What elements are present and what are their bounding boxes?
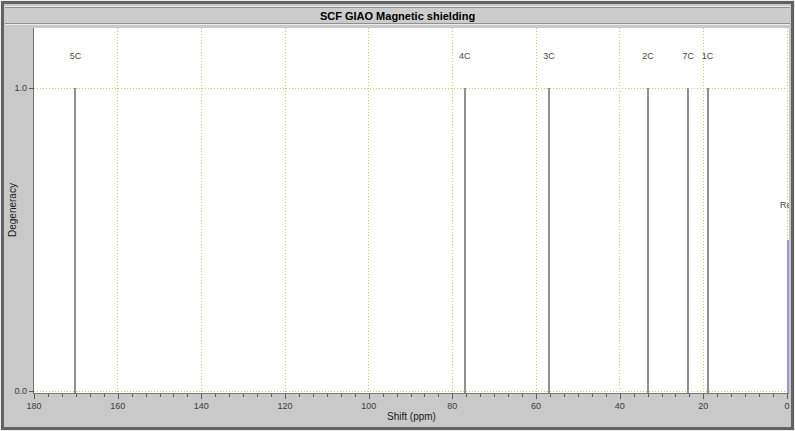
x-axis-title: Shift (ppm) <box>33 411 790 422</box>
gridline-vertical <box>285 28 286 393</box>
x-axis-tick-label: 160 <box>106 401 130 411</box>
x-axis-minor-tick <box>438 394 439 397</box>
x-axis-major-tick <box>620 394 621 399</box>
gridline-vertical <box>536 28 537 393</box>
x-axis-tick-label: 60 <box>524 401 548 411</box>
x-axis-minor-tick <box>731 394 732 397</box>
x-axis-minor-tick <box>104 394 105 397</box>
reference-peak-line <box>787 240 789 394</box>
gridline-vertical <box>703 28 704 393</box>
gridline-vertical <box>619 28 620 393</box>
x-axis-minor-tick <box>383 394 384 397</box>
x-axis-minor-tick <box>522 394 523 397</box>
x-axis-tick-label: 0 <box>775 401 794 411</box>
peak-line <box>687 88 689 393</box>
x-axis-minor-tick <box>480 394 481 397</box>
x-axis-minor-tick <box>257 394 258 397</box>
x-axis-minor-tick <box>341 394 342 397</box>
x-axis-minor-tick <box>411 394 412 397</box>
gridline-vertical <box>452 28 453 393</box>
x-axis-minor-tick <box>662 394 663 397</box>
x-axis-minor-tick <box>160 394 161 397</box>
x-axis-tick-label: 40 <box>608 401 632 411</box>
peak-label: 2C <box>637 51 659 61</box>
peak-line <box>74 88 76 393</box>
y-axis-title: Degeneracy <box>4 28 20 393</box>
x-axis-minor-tick <box>578 394 579 397</box>
x-axis-minor-tick <box>271 394 272 397</box>
x-axis-major-tick <box>201 394 202 399</box>
gridline-horizontal <box>34 88 789 89</box>
gridline-vertical <box>201 28 202 393</box>
peak-label: 1C <box>697 51 719 61</box>
x-axis-tick-label: 140 <box>189 401 213 411</box>
x-axis-minor-tick <box>62 394 63 397</box>
x-axis-major-tick <box>285 394 286 399</box>
x-axis-minor-tick <box>90 394 91 397</box>
x-axis-major-tick <box>452 394 453 399</box>
peak-label: 3C <box>538 51 560 61</box>
reference-peak-label: Ref <box>780 200 789 210</box>
gridline-vertical <box>117 28 118 393</box>
x-axis-minor-tick <box>745 394 746 397</box>
x-axis-minor-tick <box>424 394 425 397</box>
x-axis-minor-tick <box>675 394 676 397</box>
x-axis-minor-tick <box>146 394 147 397</box>
x-axis-major-tick <box>118 394 119 399</box>
x-axis-minor-tick <box>299 394 300 397</box>
x-axis-tick-label: 20 <box>691 401 715 411</box>
x-axis-minor-tick <box>606 394 607 397</box>
x-axis-minor-tick <box>648 394 649 397</box>
x-axis-major-tick <box>536 394 537 399</box>
window: SCF GIAO Magnetic shielding Degeneracy 5… <box>0 0 795 431</box>
x-axis-minor-tick <box>173 394 174 397</box>
x-axis-minor-tick <box>243 394 244 397</box>
x-axis-minor-tick <box>327 394 328 397</box>
x-axis-minor-tick <box>313 394 314 397</box>
x-axis-minor-tick <box>466 394 467 397</box>
x-axis-minor-tick <box>550 394 551 397</box>
peak-line <box>548 88 550 393</box>
gridline-horizontal <box>34 391 789 392</box>
x-axis-minor-tick <box>397 394 398 397</box>
x-axis-minor-tick <box>48 394 49 397</box>
x-axis-minor-tick <box>494 394 495 397</box>
x-axis-minor-tick <box>689 394 690 397</box>
x-axis-minor-tick <box>215 394 216 397</box>
peak-label: 5C <box>64 51 86 61</box>
title-bar: SCF GIAO Magnetic shielding <box>5 7 790 24</box>
x-axis-minor-tick <box>634 394 635 397</box>
gridline-vertical <box>368 28 369 393</box>
peak-label: 4C <box>454 51 476 61</box>
x-axis-minor-tick <box>773 394 774 397</box>
x-axis-minor-tick <box>592 394 593 397</box>
x-axis-tick-label: 120 <box>273 401 297 411</box>
peak-line <box>464 88 466 393</box>
x-axis-minor-tick <box>759 394 760 397</box>
x-axis-tick-label: 180 <box>22 401 46 411</box>
x-axis-major-tick <box>369 394 370 399</box>
window-frame: SCF GIAO Magnetic shielding Degeneracy 5… <box>1 1 794 430</box>
x-axis-minor-tick <box>187 394 188 397</box>
x-axis-minor-tick <box>76 394 77 397</box>
x-axis-minor-tick <box>717 394 718 397</box>
x-axis-major-tick <box>787 394 788 399</box>
x-axis-minor-tick <box>229 394 230 397</box>
chart-title: SCF GIAO Magnetic shielding <box>320 10 475 22</box>
x-axis-tick-label: 80 <box>440 401 464 411</box>
x-axis-minor-tick <box>564 394 565 397</box>
x-axis-minor-tick <box>508 394 509 397</box>
x-axis-tick-label: 100 <box>357 401 381 411</box>
plot-area: 5C4C3C2C7C1CRef <box>33 28 789 394</box>
x-axis-minor-tick <box>355 394 356 397</box>
peak-line <box>707 88 709 393</box>
x-axis-major-tick <box>34 394 35 399</box>
peak-line <box>647 88 649 393</box>
x-axis-major-tick <box>703 394 704 399</box>
x-axis-minor-tick <box>132 394 133 397</box>
